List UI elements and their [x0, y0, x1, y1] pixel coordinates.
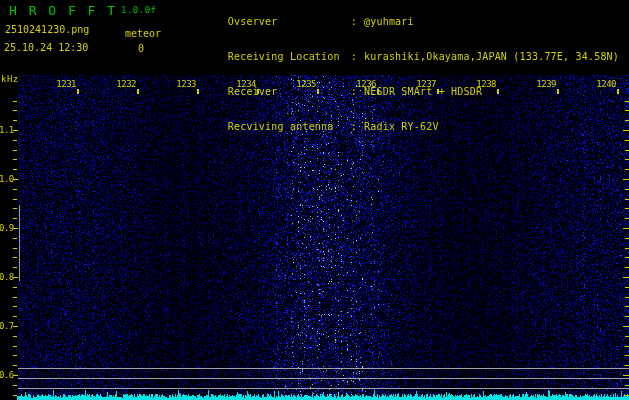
freq-tick-label: 1.0: [0, 175, 13, 184]
freq-minor-tick-right: [625, 385, 629, 386]
freq-minor-tick-left: [13, 336, 17, 337]
freq-minor-tick-left: [13, 248, 17, 249]
freq-tick-label: 0.6: [0, 371, 13, 380]
info-value: kurashiki,Okayama,JAPAN (133.77E, 34.58N…: [364, 51, 619, 62]
freq-minor-tick-right: [625, 199, 629, 200]
info-row-antenna: Recviving antenna:Radix RY-62V: [178, 109, 619, 144]
observer-info: Ovserver:@yuhmari Receiving Location:kur…: [178, 4, 619, 144]
time-tick-mark: [377, 89, 379, 94]
time-tick-label: 1240: [596, 80, 616, 89]
time-tick-mark: [497, 89, 499, 94]
freq-minor-tick-right: [625, 395, 629, 396]
freq-minor-tick-left: [13, 159, 17, 160]
capture-filename: 2510241230.png: [5, 24, 89, 35]
freq-major-tick-left: [13, 375, 18, 376]
freq-minor-tick-right: [625, 208, 629, 209]
freq-tick-label: 0.9: [0, 224, 13, 233]
freq-minor-tick-left: [13, 238, 17, 239]
freq-major-tick-right: [623, 130, 629, 131]
app-title: H R O F F T: [9, 3, 117, 18]
time-tick-mark: [317, 89, 319, 94]
freq-minor-tick-left: [13, 287, 17, 288]
info-separator: :: [351, 16, 357, 28]
time-tick-mark: [77, 89, 79, 94]
freq-minor-tick-left: [13, 150, 17, 151]
freq-major-tick-left: [13, 228, 18, 229]
time-tick-label: 1239: [536, 80, 556, 89]
freq-minor-tick-left: [13, 169, 17, 170]
freq-major-tick-left: [13, 130, 18, 131]
time-tick-label: 1234: [236, 80, 256, 89]
freq-minor-tick-left: [13, 346, 17, 347]
time-tick-label: 1232: [116, 80, 136, 89]
capture-datetime: 25.10.24 12:30: [4, 42, 88, 53]
info-label: Ovserver: [228, 16, 351, 28]
freq-major-tick-left: [13, 326, 18, 327]
time-tick-label: 1236: [356, 80, 376, 89]
freq-minor-tick-right: [625, 101, 629, 102]
freq-minor-tick-left: [13, 120, 17, 121]
freq-minor-tick-right: [625, 120, 629, 121]
time-tick-label: 1231: [56, 80, 76, 89]
info-value: Radix RY-62V: [364, 121, 439, 132]
freq-minor-tick-left: [13, 101, 17, 102]
time-tick-label: 1235: [296, 80, 316, 89]
freq-tick-label: 0.7: [0, 322, 13, 331]
freq-major-tick-right: [623, 326, 629, 327]
freq-minor-tick-right: [625, 257, 629, 258]
freq-minor-tick-left: [13, 365, 17, 366]
time-tick-mark: [137, 89, 139, 94]
freq-minor-tick-right: [625, 150, 629, 151]
freq-minor-tick-left: [13, 199, 17, 200]
freq-major-tick-left: [13, 179, 18, 180]
freq-minor-tick-right: [625, 346, 629, 347]
time-tick-label: 1237: [416, 80, 436, 89]
freq-minor-tick-right: [625, 316, 629, 317]
info-row-observer: Ovserver:@yuhmari: [178, 4, 619, 39]
hrofft-screen: H R O F F T 1.0.0f 2510241230.png meteor…: [0, 0, 629, 400]
freq-minor-tick-left: [13, 189, 17, 190]
freq-minor-tick-left: [13, 306, 17, 307]
freq-minor-tick-right: [625, 159, 629, 160]
freq-minor-tick-right: [625, 355, 629, 356]
freq-major-tick-left: [13, 277, 18, 278]
freq-minor-tick-left: [13, 385, 17, 386]
freq-minor-tick-right: [625, 365, 629, 366]
freq-minor-tick-right: [625, 336, 629, 337]
freq-minor-tick-right: [625, 110, 629, 111]
freq-minor-tick-right: [625, 297, 629, 298]
meteor-count-value: 0: [138, 43, 144, 54]
freq-minor-tick-right: [625, 218, 629, 219]
freq-minor-tick-right: [625, 140, 629, 141]
freq-minor-tick-left: [13, 208, 17, 209]
freq-minor-tick-left: [13, 297, 17, 298]
freq-minor-tick-right: [625, 306, 629, 307]
freq-minor-tick-left: [13, 395, 17, 396]
freq-minor-tick-left: [13, 218, 17, 219]
freq-minor-tick-left: [13, 110, 17, 111]
time-tick-mark: [437, 89, 439, 94]
time-tick-mark: [617, 89, 619, 94]
time-tick-mark: [557, 89, 559, 94]
freq-axis-unit-label: kHz: [1, 74, 19, 84]
info-value: @yuhmari: [364, 16, 414, 27]
freq-minor-tick-right: [625, 189, 629, 190]
app-version: 1.0.0f: [121, 5, 157, 15]
freq-minor-tick-left: [13, 257, 17, 258]
freq-minor-tick-left: [13, 355, 17, 356]
freq-major-tick-right: [623, 375, 629, 376]
freq-minor-tick-right: [625, 169, 629, 170]
info-label: Recviving antenna: [228, 121, 351, 133]
freq-minor-tick-right: [625, 248, 629, 249]
freq-minor-tick-right: [625, 267, 629, 268]
freq-minor-tick-left: [13, 140, 17, 141]
meteor-count-label: meteor: [125, 28, 161, 39]
freq-tick-label: 0.8: [0, 273, 13, 282]
freq-minor-tick-left: [13, 316, 17, 317]
info-separator: :: [351, 121, 357, 133]
freq-minor-tick-left: [13, 267, 17, 268]
freq-major-tick-right: [623, 277, 629, 278]
freq-major-tick-right: [623, 179, 629, 180]
time-tick-mark: [257, 89, 259, 94]
time-tick-label: 1233: [176, 80, 196, 89]
